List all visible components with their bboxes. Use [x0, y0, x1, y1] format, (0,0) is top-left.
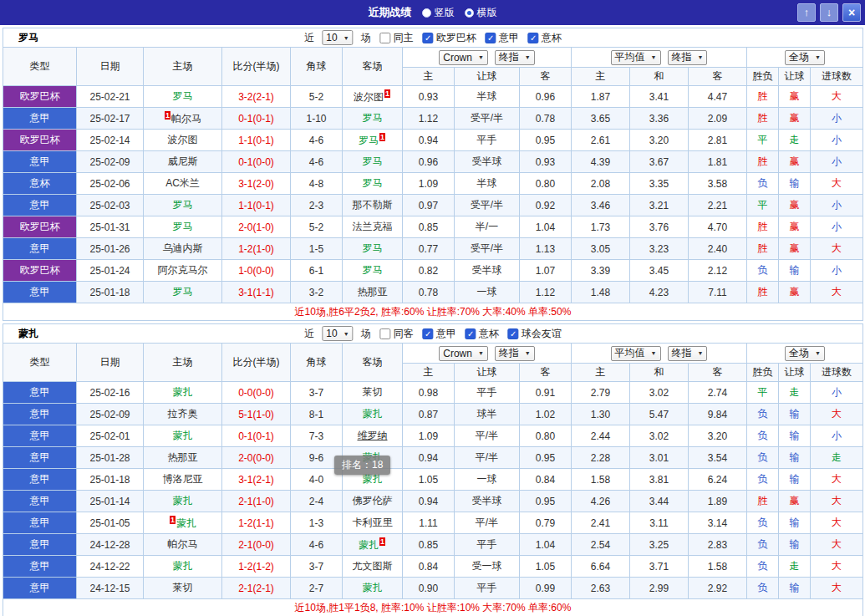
score-cell: 1-2(1-2): [222, 556, 291, 578]
layout-option-horizontal[interactable]: 横版: [465, 6, 497, 20]
away-team-name[interactable]: 罗马: [359, 135, 379, 146]
odds-company-select[interactable]: Crown▼: [439, 346, 488, 361]
match-row: 意甲25-01-18博洛尼亚3-1(2-1)4-0蒙扎1.05一球0.841.5…: [3, 469, 863, 491]
scope-select-cell: 全场▼: [747, 344, 863, 364]
layout-option-vertical[interactable]: 竖版: [422, 6, 455, 20]
score-cell: 2-1(2-1): [222, 578, 291, 599]
away-team-name[interactable]: 罗马: [363, 177, 383, 189]
avg-draw-cell: 2.99: [630, 578, 689, 599]
home-team-name[interactable]: AC米兰: [165, 177, 200, 189]
average-select[interactable]: 平均值▼: [611, 50, 661, 65]
checked-checkbox-icon[interactable]: ✓: [528, 33, 539, 43]
odds-away-cell: 1.02: [520, 404, 572, 425]
home-team-name[interactable]: 帕尔马: [168, 538, 198, 550]
result-cell: 负: [747, 260, 779, 282]
away-team-name[interactable]: 佛罗伦萨: [353, 495, 393, 507]
filter-球会友谊[interactable]: ✓球会友谊: [508, 327, 562, 341]
layout-option-vertical-label: 竖版: [435, 6, 455, 20]
away-team-name[interactable]: 莱切: [363, 386, 383, 398]
odds-stage-select[interactable]: 终指▼: [495, 346, 535, 361]
handicap-cell: 平手: [455, 578, 520, 599]
odds-company-select[interactable]: Crown▼: [439, 50, 488, 65]
close-button[interactable]: ×: [842, 3, 861, 22]
recent-count-select[interactable]: 10▼: [322, 30, 353, 45]
recent-count-select-value: 10: [326, 32, 337, 43]
away-team-name[interactable]: 蒙扎: [363, 408, 383, 420]
avg-draw-cell: 3.36: [630, 108, 689, 130]
home-team-name[interactable]: 罗马: [173, 90, 193, 102]
date-cell: 25-02-21: [77, 86, 144, 108]
avg-draw-cell: 3.35: [630, 173, 689, 195]
corners-cell: 5-2: [291, 216, 343, 238]
scroll-up-button[interactable]: ↑: [797, 3, 816, 22]
radio-icon-vertical[interactable]: [422, 8, 431, 18]
away-team-name[interactable]: 法兰克福: [353, 221, 393, 232]
filter-欧罗巴杯[interactable]: ✓欧罗巴杯: [423, 31, 476, 45]
filter-同主[interactable]: 同主: [380, 31, 414, 45]
average-stage-select[interactable]: 终指▼: [668, 50, 708, 65]
filter-意杯[interactable]: ✓意杯: [466, 327, 499, 341]
sub-column-header: 和: [630, 68, 689, 86]
average-stage-select[interactable]: 终指▼: [668, 346, 708, 361]
avg-away-cell: 6.24: [689, 469, 747, 491]
home-team-name[interactable]: 罗马: [173, 221, 193, 232]
unchecked-checkbox-icon[interactable]: [380, 33, 391, 43]
score-cell: 1-2(1-0): [222, 238, 291, 260]
home-team-name[interactable]: 波尔图: [168, 134, 198, 145]
corners-cell: 1-5: [291, 238, 343, 260]
home-team-name[interactable]: 博洛尼亚: [163, 473, 203, 485]
home-team-name[interactable]: 威尼斯: [168, 155, 198, 167]
away-team-name[interactable]: 罗马: [363, 155, 383, 167]
home-team-name[interactable]: 拉齐奥: [168, 408, 198, 420]
average-select[interactable]: 平均值▼: [611, 346, 661, 361]
filter-意甲[interactable]: ✓意甲: [423, 327, 456, 341]
radio-icon-horizontal[interactable]: [465, 8, 474, 18]
home-team-name[interactable]: 罗马: [173, 286, 193, 298]
checked-checkbox-icon[interactable]: ✓: [486, 33, 496, 43]
checked-checkbox-icon[interactable]: ✓: [508, 328, 519, 339]
home-team-name[interactable]: 蒙扎: [173, 386, 193, 398]
away-team-name[interactable]: 热那亚: [358, 286, 388, 298]
avg-home-cell: 2.08: [572, 173, 630, 195]
home-team-name[interactable]: 阿尔克马尔: [158, 264, 208, 276]
scope-select[interactable]: 全场▼: [785, 50, 825, 65]
filter-意杯[interactable]: ✓意杯: [528, 31, 562, 45]
avg-draw-cell: 3.02: [630, 425, 689, 447]
filter-同客[interactable]: 同客: [380, 327, 414, 341]
home-team-name[interactable]: 蒙扎: [176, 517, 196, 529]
home-team-name[interactable]: 莱切: [173, 582, 193, 593]
unchecked-checkbox-icon[interactable]: [380, 328, 391, 339]
home-team-name[interactable]: 蒙扎: [173, 495, 193, 507]
away-team-name[interactable]: 波尔图: [354, 91, 384, 103]
away-team-name[interactable]: 罗马: [363, 242, 383, 254]
scope-select[interactable]: 全场▼: [785, 346, 825, 361]
handicap-cell: 受平/半: [455, 108, 520, 130]
home-team-name[interactable]: 热那亚: [168, 451, 198, 463]
home-team-name[interactable]: 罗马: [173, 199, 193, 211]
checked-checkbox-icon[interactable]: ✓: [423, 33, 434, 43]
away-team-name[interactable]: 罗马: [363, 112, 383, 124]
away-team-name[interactable]: 那不勒斯: [353, 199, 393, 211]
away-team-name[interactable]: 罗马: [363, 264, 383, 276]
filter-意甲[interactable]: ✓意甲: [486, 31, 519, 45]
away-team-name[interactable]: 蒙扎: [359, 539, 379, 551]
dropdown-arrow-icon: ▼: [651, 350, 657, 356]
away-team-name[interactable]: 尤文图斯: [353, 560, 393, 572]
away-team-name[interactable]: 蒙扎: [363, 582, 383, 593]
home-team-name[interactable]: 蒙扎: [173, 560, 193, 572]
goals-result-cell: 大: [811, 86, 863, 108]
checked-checkbox-icon[interactable]: ✓: [423, 328, 434, 339]
team-name: 蒙扎: [8, 327, 38, 341]
checked-checkbox-icon[interactable]: ✓: [466, 328, 476, 339]
away-team-name[interactable]: 维罗纳: [358, 430, 388, 441]
home-team-name[interactable]: 帕尔马: [171, 113, 201, 125]
away-team-name[interactable]: 蒙扎: [363, 473, 383, 485]
home-team-name[interactable]: 蒙扎: [173, 430, 193, 441]
handicap-cell: 受平/半: [455, 195, 520, 216]
summary-row: 近10场,胜1平1负8, 胜率:10% 让胜率:10% 大率:70% 单率:60…: [3, 599, 863, 616]
away-team-name[interactable]: 卡利亚里: [353, 517, 393, 528]
odds-stage-select[interactable]: 终指▼: [495, 50, 535, 65]
recent-count-select[interactable]: 10▼: [322, 326, 353, 341]
scroll-down-button[interactable]: ↓: [820, 3, 838, 22]
home-team-name[interactable]: 乌迪内斯: [163, 242, 203, 254]
